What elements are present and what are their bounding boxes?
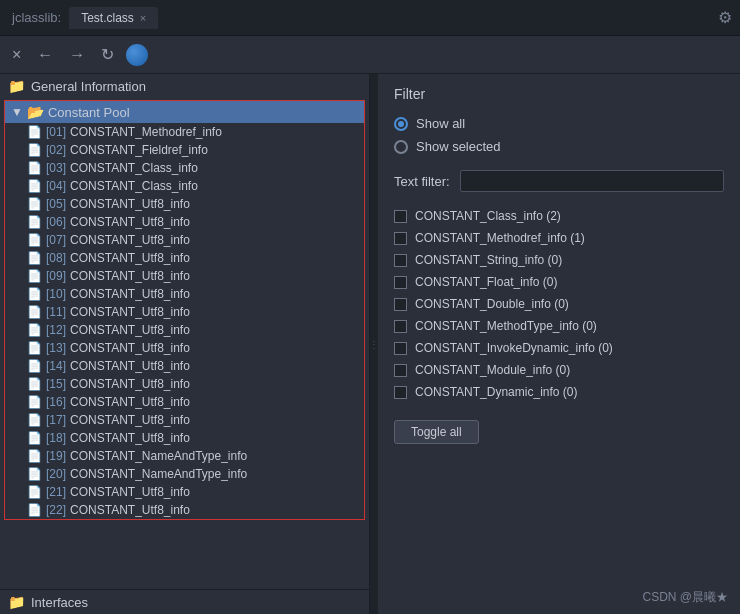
tree-item[interactable]: 📄 [15] CONSTANT_Utf8_info	[5, 375, 364, 393]
tree-item-label: CONSTANT_Utf8_info	[70, 269, 190, 283]
show-all-radio-circle[interactable]	[394, 117, 408, 131]
checkbox-label: CONSTANT_Double_info (0)	[415, 297, 569, 311]
checkbox-item[interactable]: CONSTANT_Module_info (0)	[394, 362, 724, 378]
toggle-all-button[interactable]: Toggle all	[394, 420, 479, 444]
tree-item-label: CONSTANT_Utf8_info	[70, 197, 190, 211]
file-icon: 📄	[27, 215, 42, 229]
toolbar: × ← → ↻	[0, 36, 740, 74]
show-selected-label: Show selected	[416, 139, 501, 154]
tree-item-label: CONSTANT_Utf8_info	[70, 251, 190, 265]
tree-item[interactable]: 📄 [22] CONSTANT_Utf8_info	[5, 501, 364, 519]
file-icon: 📄	[27, 503, 42, 517]
tree-item-index: [08]	[46, 251, 66, 265]
checkbox-item[interactable]: CONSTANT_String_info (0)	[394, 252, 724, 268]
file-icon: 📄	[27, 413, 42, 427]
tree-item-label: CONSTANT_Methodref_info	[70, 125, 222, 139]
tree-item[interactable]: 📄 [18] CONSTANT_Utf8_info	[5, 429, 364, 447]
file-icon: 📄	[27, 179, 42, 193]
tab-label: Test.class	[81, 11, 134, 25]
forward-btn[interactable]: →	[65, 44, 89, 66]
show-selected-radio[interactable]: Show selected	[394, 139, 724, 154]
tree-item-label: CONSTANT_Utf8_info	[70, 395, 190, 409]
checkbox-item[interactable]: CONSTANT_Class_info (2)	[394, 208, 724, 224]
checkbox-box[interactable]	[394, 342, 407, 355]
tree-item[interactable]: 📄 [07] CONSTANT_Utf8_info	[5, 231, 364, 249]
checkbox-box[interactable]	[394, 276, 407, 289]
tree-item[interactable]: 📄 [20] CONSTANT_NameAndType_info	[5, 465, 364, 483]
checkbox-box[interactable]	[394, 364, 407, 377]
tree-item[interactable]: 📄 [03] CONSTANT_Class_info	[5, 159, 364, 177]
tree-item[interactable]: 📄 [02] CONSTANT_Fieldref_info	[5, 141, 364, 159]
checkbox-list: CONSTANT_Class_info (2) CONSTANT_Methodr…	[394, 208, 724, 400]
tree-item-index: [04]	[46, 179, 66, 193]
show-selected-radio-circle[interactable]	[394, 140, 408, 154]
checkbox-item[interactable]: CONSTANT_Methodref_info (1)	[394, 230, 724, 246]
title-bar-tabs: jclasslib: Test.class ×	[8, 7, 158, 29]
tree-item-index: [17]	[46, 413, 66, 427]
text-filter-input[interactable]	[460, 170, 724, 192]
section-header[interactable]: ▼ 📂 Constant Pool	[5, 101, 364, 123]
tree-item[interactable]: 📄 [17] CONSTANT_Utf8_info	[5, 411, 364, 429]
tree-item-label: CONSTANT_Utf8_info	[70, 233, 190, 247]
tree-item-index: [10]	[46, 287, 66, 301]
tree-item-index: [05]	[46, 197, 66, 211]
checkbox-box[interactable]	[394, 320, 407, 333]
tree-item[interactable]: 📄 [11] CONSTANT_Utf8_info	[5, 303, 364, 321]
checkbox-item[interactable]: CONSTANT_Float_info (0)	[394, 274, 724, 290]
tree-item[interactable]: 📄 [01] CONSTANT_Methodref_info	[5, 123, 364, 141]
tree-item-index: [19]	[46, 449, 66, 463]
tree-item[interactable]: 📄 [04] CONSTANT_Class_info	[5, 177, 364, 195]
checkbox-box[interactable]	[394, 254, 407, 267]
tree-item-label: CONSTANT_Utf8_info	[70, 377, 190, 391]
tree-item[interactable]: 📄 [09] CONSTANT_Utf8_info	[5, 267, 364, 285]
refresh-btn[interactable]: ↻	[97, 43, 118, 66]
checkbox-item[interactable]: CONSTANT_Double_info (0)	[394, 296, 724, 312]
tree-item[interactable]: 📄 [08] CONSTANT_Utf8_info	[5, 249, 364, 267]
file-icon: 📄	[27, 431, 42, 445]
tree-item[interactable]: 📄 [05] CONSTANT_Utf8_info	[5, 195, 364, 213]
show-all-radio[interactable]: Show all	[394, 116, 724, 131]
general-info-row[interactable]: 📁 General Information	[0, 74, 369, 98]
drag-handle[interactable]: ⋮	[370, 74, 378, 614]
text-filter-label: Text filter:	[394, 174, 450, 189]
checkbox-box[interactable]	[394, 386, 407, 399]
tree-item[interactable]: 📄 [12] CONSTANT_Utf8_info	[5, 321, 364, 339]
checkbox-box[interactable]	[394, 210, 407, 223]
tab-close-btn[interactable]: ×	[140, 12, 146, 24]
tree-item[interactable]: 📄 [19] CONSTANT_NameAndType_info	[5, 447, 364, 465]
checkbox-item[interactable]: CONSTANT_InvokeDynamic_info (0)	[394, 340, 724, 356]
checkbox-label: CONSTANT_Module_info (0)	[415, 363, 570, 377]
file-icon: 📄	[27, 125, 42, 139]
tree-item[interactable]: 📄 [10] CONSTANT_Utf8_info	[5, 285, 364, 303]
checkbox-label: CONSTANT_InvokeDynamic_info (0)	[415, 341, 613, 355]
checkbox-item[interactable]: CONSTANT_MethodType_info (0)	[394, 318, 724, 334]
title-bar: jclasslib: Test.class × ⚙	[0, 0, 740, 36]
active-tab[interactable]: Test.class ×	[69, 7, 158, 29]
back-btn[interactable]: ←	[33, 44, 57, 66]
section-folder-icon: 📂	[27, 104, 44, 120]
tree-item-index: [18]	[46, 431, 66, 445]
file-icon: 📄	[27, 395, 42, 409]
tree-item[interactable]: 📄 [06] CONSTANT_Utf8_info	[5, 213, 364, 231]
tree-item-index: [09]	[46, 269, 66, 283]
checkbox-label: CONSTANT_String_info (0)	[415, 253, 562, 267]
globe-icon[interactable]	[126, 44, 148, 66]
gear-button[interactable]: ⚙	[718, 8, 732, 27]
checkbox-item[interactable]: CONSTANT_Dynamic_info (0)	[394, 384, 724, 400]
tree-item-label: CONSTANT_Utf8_info	[70, 305, 190, 319]
interfaces-row[interactable]: 📁 Interfaces	[0, 589, 369, 614]
checkbox-box[interactable]	[394, 298, 407, 311]
checkbox-box[interactable]	[394, 232, 407, 245]
checkbox-label: CONSTANT_Dynamic_info (0)	[415, 385, 577, 399]
tree-item[interactable]: 📄 [13] CONSTANT_Utf8_info	[5, 339, 364, 357]
tree-item-label: CONSTANT_Utf8_info	[70, 431, 190, 445]
close-toolbar-btn[interactable]: ×	[8, 44, 25, 66]
tree-item[interactable]: 📄 [14] CONSTANT_Utf8_info	[5, 357, 364, 375]
tree-item-label: CONSTANT_NameAndType_info	[70, 467, 247, 481]
tree-container[interactable]: ▼ 📂 Constant Pool 📄 [01] CONSTANT_Method…	[0, 98, 369, 589]
checkbox-label: CONSTANT_MethodType_info (0)	[415, 319, 597, 333]
tree-item[interactable]: 📄 [16] CONSTANT_Utf8_info	[5, 393, 364, 411]
tree-item-label: CONSTANT_Utf8_info	[70, 503, 190, 517]
tree-item[interactable]: 📄 [21] CONSTANT_Utf8_info	[5, 483, 364, 501]
file-icon: 📄	[27, 377, 42, 391]
